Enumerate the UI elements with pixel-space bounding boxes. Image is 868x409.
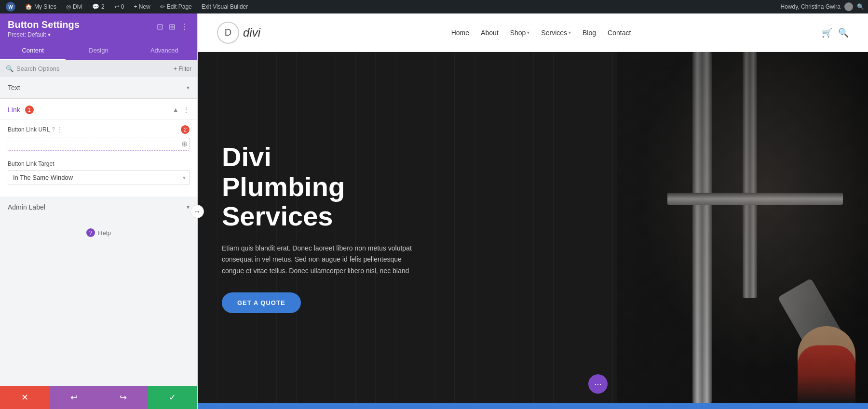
site-nav-links: Home About Shop ▾ Services ▾ Blog Contac — [451, 29, 631, 37]
hero-cta-button[interactable]: GET A QUOTE — [222, 292, 301, 313]
search-bar: 🔍 Search Options + Filter — [0, 60, 197, 77]
hero-title-line2: Plumbing — [222, 172, 345, 202]
hero-image — [617, 52, 868, 403]
button-link-target-select-wrap: In The Same Window In The New Tab ▾ — [8, 170, 190, 185]
preview-area: D divi Home About Shop ▾ Services ▾ — [198, 13, 868, 409]
nav-link-contact[interactable]: Contact — [608, 29, 631, 37]
button-link-target-select[interactable]: In The Same Window In The New Tab — [8, 170, 190, 185]
button-link-url-input-wrap: ⊕ — [8, 137, 190, 151]
bottom-bar — [198, 403, 868, 409]
nav-link-home[interactable]: Home — [451, 29, 469, 37]
button-link-url-menu-icon[interactable]: ⋮ — [57, 126, 63, 133]
admin-label-title: Admin Label — [8, 203, 45, 211]
hero-description: Etiam quis blandit erat. Donec laoreet l… — [222, 243, 424, 277]
filter-button[interactable]: + Filter — [174, 66, 191, 72]
panel-preset: Preset: Default ▾ — [8, 31, 80, 38]
cancel-button[interactable]: ✕ — [0, 386, 49, 409]
panel-header-icons: ⊡ ⊞ ⋮ — [156, 21, 190, 32]
link-more-icon[interactable]: ⋮ — [183, 106, 190, 114]
hero-title-line1: Divi — [222, 142, 271, 172]
nav-link-shop[interactable]: Shop ▾ — [510, 29, 530, 37]
hero-image-placeholder — [617, 52, 868, 403]
search-options-label: Search Options — [16, 65, 60, 72]
link-section-actions: ▲ ⋮ — [172, 106, 190, 114]
exit-builder-button[interactable]: Exit Visual Builder — [200, 0, 250, 13]
more-options-icon[interactable]: ⋮ — [180, 21, 190, 32]
search-icon[interactable]: 🔍 — [857, 3, 864, 10]
link-section: Link 1 ▲ ⋮ Button Link URL ? ⋮ — [0, 99, 197, 197]
save-button[interactable]: ✓ — [148, 386, 197, 409]
fab-dots-icon: ··· — [594, 379, 601, 389]
nav-link-about[interactable]: About — [481, 29, 499, 37]
link-collapse-icon[interactable]: ▲ — [172, 106, 179, 114]
button-link-url-field: Button Link URL ? ⋮ 2 ⊕ — [0, 119, 197, 155]
text-section-header[interactable]: Text ▾ — [0, 77, 197, 98]
admin-label-header[interactable]: Admin Label ▾ — [0, 197, 197, 218]
help-section: ? Help — [0, 218, 197, 247]
undo-button[interactable]: ↩ — [49, 386, 98, 409]
layout-icon[interactable]: ⊞ — [168, 21, 176, 32]
logo-text: divi — [243, 26, 260, 40]
hero-title-line3: Services — [222, 201, 333, 231]
button-link-url-input[interactable] — [8, 137, 190, 151]
hero-fab-button[interactable]: ··· — [588, 374, 608, 394]
panel-toggle-arrow[interactable]: ↔ — [190, 205, 204, 218]
tab-content[interactable]: Content — [0, 42, 66, 60]
button-link-url-badge: 2 — [181, 125, 190, 134]
panel-content: Text ▾ Link 1 ▲ ⋮ — [0, 77, 197, 386]
services-chevron-icon: ▾ — [569, 30, 571, 35]
panel-header: Button Settings Preset: Default ▾ ⊡ ⊞ ⋮ — [0, 13, 197, 42]
link-section-header: Link 1 ▲ ⋮ — [0, 99, 197, 119]
edit-page-button[interactable]: ✏ Edit Page — [158, 0, 194, 13]
logo-symbol: D — [225, 27, 231, 38]
button-link-target-label-wrap: Button Link Target — [8, 160, 54, 167]
my-sites-menu[interactable]: 🏠 My Sites — [23, 0, 58, 13]
undo-icon: ↩ — [70, 392, 78, 403]
tab-advanced[interactable]: Advanced — [132, 42, 197, 60]
nav-link-blog[interactable]: Blog — [583, 29, 596, 37]
image-overlay — [617, 52, 868, 403]
wp-logo-button[interactable]: W — [4, 0, 17, 13]
new-content-button[interactable]: + New — [132, 0, 152, 13]
shop-chevron-icon: ▾ — [527, 30, 529, 35]
text-section-title: Text — [8, 84, 20, 92]
link-badge: 1 — [25, 106, 34, 114]
panel-tabs: Content Design Advanced — [0, 42, 197, 60]
button-link-url-label-row: Button Link URL ? ⋮ 2 — [8, 125, 190, 134]
search-icon: 🔍 — [6, 65, 14, 72]
redo-icon: ↪ — [120, 392, 127, 403]
button-link-url-help-icon[interactable]: ? — [52, 126, 55, 133]
panel-title: Button Settings — [8, 19, 80, 30]
button-link-target-field: Button Link Target In The Same Window In… — [0, 155, 197, 189]
link-url-target-icon: ⊕ — [181, 139, 188, 148]
house-icon: 🏠 — [25, 3, 32, 10]
link-section-title: Link — [8, 106, 20, 114]
admin-bar: W 🏠 My Sites ◎ Divi 💬 2 ↩ 0 + New ✏ Edit… — [0, 0, 868, 13]
redo-button[interactable]: ↪ — [99, 386, 148, 409]
cart-icon[interactable]: 🛒 — [822, 27, 832, 38]
user-avatar[interactable] — [844, 2, 853, 11]
comments-button[interactable]: 💬 2 — [90, 0, 107, 13]
admin-label-chevron: ▾ — [187, 204, 190, 211]
save-check-icon: ✓ — [169, 392, 176, 403]
search-options-area: 🔍 Search Options — [6, 65, 60, 72]
preset-dropdown-icon: ▾ — [48, 31, 51, 38]
reply-button[interactable]: ↩ 0 — [112, 0, 126, 13]
button-link-url-label-wrap: Button Link URL ? ⋮ — [8, 126, 63, 133]
wordpress-icon: W — [6, 2, 15, 12]
bubble-icon: 💬 — [92, 3, 99, 10]
cancel-icon: ✕ — [21, 392, 28, 403]
divi-menu[interactable]: ◎ Divi — [64, 0, 84, 13]
site-nav: D divi Home About Shop ▾ Services ▾ — [198, 13, 868, 52]
nav-search-icon[interactable]: 🔍 — [838, 27, 849, 38]
tab-design[interactable]: Design — [66, 42, 131, 60]
viewport-icon[interactable]: ⊡ — [156, 21, 164, 32]
admin-label-section: Admin Label ▾ — [0, 197, 197, 218]
nav-link-services[interactable]: Services ▾ — [541, 29, 571, 37]
button-link-url-label: Button Link URL — [8, 126, 50, 133]
panel-footer: ✕ ↩ ↪ ✓ — [0, 386, 197, 409]
admin-bar-right: Howdy, Christina Gwira 🔍 — [781, 2, 864, 11]
pencil-icon: ✏ — [160, 3, 165, 10]
help-link[interactable]: ? Help — [86, 228, 111, 237]
help-label: Help — [98, 229, 111, 237]
